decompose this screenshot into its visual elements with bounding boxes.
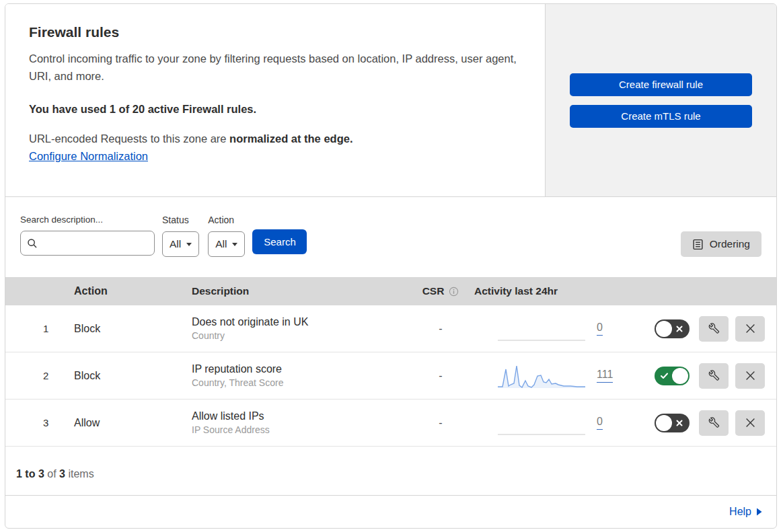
- activity-count-link[interactable]: 0: [597, 321, 603, 336]
- rule-enabled-toggle[interactable]: [655, 414, 690, 432]
- page-description: Control incoming traffic to your zone by…: [29, 50, 518, 85]
- rule-fields: Country: [192, 330, 407, 341]
- delete-rule-button[interactable]: [735, 316, 765, 342]
- rule-controls: [636, 363, 776, 389]
- search-input[interactable]: [42, 237, 148, 249]
- edit-rule-button[interactable]: [699, 316, 729, 342]
- create-firewall-rule-button[interactable]: Create firewall rule: [570, 73, 752, 96]
- header-section: Firewall rules Control incoming traffic …: [5, 4, 776, 197]
- rule-controls: [636, 316, 776, 342]
- activity-count-link[interactable]: 0: [597, 416, 603, 430]
- rule-activity-cell: 111: [474, 364, 636, 388]
- x-icon: [676, 326, 683, 332]
- table-header: Action Description CSR Activity last 24h…: [5, 277, 776, 305]
- rule-enabled-toggle[interactable]: [655, 319, 690, 338]
- rule-action: Allow: [74, 417, 192, 429]
- wrench-icon: [708, 370, 720, 381]
- x-icon: [676, 420, 683, 426]
- usage-summary: You have used 1 of 20 active Firewall ru…: [29, 103, 518, 116]
- rule-csr: -: [407, 417, 474, 429]
- rule-activity-cell: 0: [474, 317, 636, 341]
- info-icon[interactable]: [449, 287, 459, 297]
- of-label: of: [47, 468, 56, 480]
- arrow-right-icon: [756, 508, 762, 516]
- items-label: items: [68, 468, 94, 480]
- create-mtls-rule-button[interactable]: Create mTLS rule: [570, 105, 752, 128]
- activity-count-link[interactable]: 111: [597, 369, 613, 383]
- rule-action: Block: [74, 323, 192, 335]
- column-activity: Activity last 24hr: [474, 285, 636, 297]
- toggle-knob: [672, 368, 688, 384]
- edit-rule-button[interactable]: [699, 363, 729, 389]
- items-total: 3: [59, 468, 65, 480]
- chevron-down-icon: [232, 243, 237, 246]
- intro-panel: Firewall rules Control incoming traffic …: [5, 4, 546, 196]
- rule-fields: IP Source Address: [192, 424, 407, 435]
- search-label: Search description...: [20, 215, 155, 225]
- table-row: 1 Block Does not originate in UK Country…: [5, 305, 776, 352]
- toggle-knob: [656, 415, 672, 431]
- search-button[interactable]: Search: [252, 229, 307, 254]
- column-csr: CSR: [407, 285, 474, 297]
- rule-priority: 1: [5, 323, 74, 334]
- chevron-down-icon: [186, 243, 192, 246]
- delete-rule-button[interactable]: [735, 363, 765, 389]
- rule-csr: -: [407, 370, 474, 382]
- rule-description: Allow listed IPs: [192, 410, 407, 422]
- check-icon: [661, 373, 668, 379]
- edit-rule-button[interactable]: [699, 410, 729, 436]
- search-box[interactable]: [20, 231, 155, 256]
- status-select[interactable]: All: [162, 231, 199, 257]
- normalization-text: URL-encoded Requests to this zone are: [29, 132, 227, 145]
- help-row: Help: [5, 496, 776, 527]
- rule-enabled-toggle[interactable]: [655, 367, 690, 385]
- ordering-button-label: Ordering: [710, 238, 750, 250]
- normalization-note: URL-encoded Requests to this zone are no…: [29, 132, 518, 145]
- ordering-button[interactable]: Ordering: [681, 231, 761, 257]
- rule-activity-cell: 0: [474, 411, 636, 435]
- activity-sparkline: [498, 364, 585, 388]
- rule-csr: -: [407, 323, 474, 335]
- rule-description-cell: IP reputation score Country, Threat Scor…: [192, 363, 407, 388]
- rule-priority: 3: [5, 417, 74, 428]
- column-description: Description: [192, 285, 407, 297]
- wrench-icon: [708, 323, 720, 334]
- filter-bar: Search description... Status All Action …: [5, 197, 776, 277]
- actions-panel: Create firewall rule Create mTLS rule: [546, 4, 776, 196]
- rule-action: Block: [74, 370, 192, 382]
- help-link[interactable]: Help: [729, 506, 762, 518]
- wrench-icon: [708, 417, 720, 428]
- rule-priority: 2: [5, 370, 74, 381]
- pagination-summary: 1 to 3 of 3 items: [5, 447, 776, 496]
- help-label: Help: [729, 506, 751, 518]
- action-label: Action: [208, 215, 245, 225]
- firewall-rules-card: Firewall rules Control incoming traffic …: [5, 3, 777, 529]
- rule-fields: Country, Threat Score: [192, 377, 407, 388]
- column-action: Action: [74, 285, 192, 297]
- search-group: Search description...: [20, 215, 155, 256]
- rule-description-cell: Does not originate in UK Country: [192, 316, 407, 341]
- action-select[interactable]: All: [208, 231, 245, 257]
- close-icon: [745, 418, 755, 428]
- table-row: 2 Block IP reputation score Country, Thr…: [5, 352, 776, 400]
- activity-sparkline: [498, 317, 585, 341]
- status-selected-value: All: [170, 238, 181, 250]
- action-selected-value: All: [215, 238, 227, 250]
- rule-description: IP reputation score: [192, 363, 407, 375]
- items-range: 1 to 3: [16, 468, 44, 480]
- rule-description: Does not originate in UK: [192, 316, 407, 328]
- search-icon: [27, 238, 38, 249]
- close-icon: [745, 324, 755, 334]
- page-title: Firewall rules: [29, 24, 518, 40]
- rule-description-cell: Allow listed IPs IP Source Address: [192, 410, 407, 435]
- delete-rule-button[interactable]: [735, 410, 765, 436]
- close-icon: [745, 371, 755, 381]
- rule-controls: [636, 410, 776, 436]
- csr-header-label: CSR: [422, 285, 445, 297]
- normalization-bold-text: normalized at the edge.: [229, 132, 352, 145]
- configure-normalization-link[interactable]: Configure Normalization: [29, 150, 148, 163]
- action-filter-group: Action All: [208, 215, 245, 257]
- status-filter-group: Status All: [162, 215, 199, 257]
- table-row: 3 Allow Allow listed IPs IP Source Addre…: [5, 400, 776, 447]
- activity-sparkline: [498, 411, 585, 435]
